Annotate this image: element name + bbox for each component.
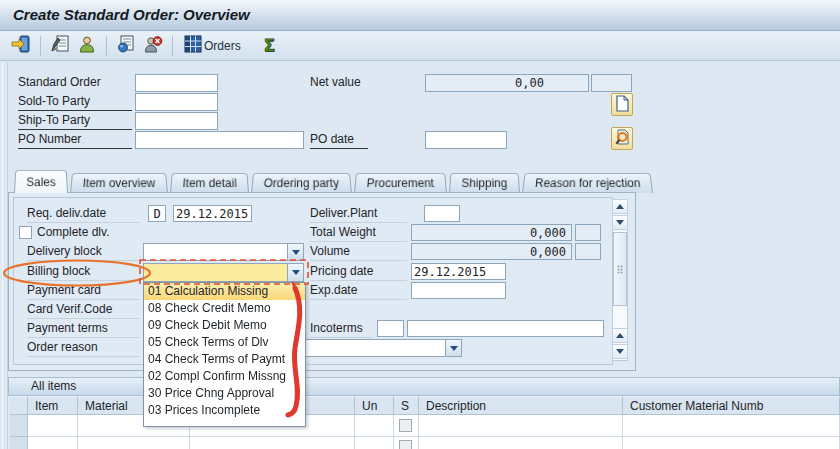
- toolbar-separator: [40, 36, 41, 56]
- net-value-label: Net value: [310, 74, 361, 91]
- create-document-button[interactable]: [611, 93, 633, 116]
- tab-procurement[interactable]: Procurement: [354, 173, 447, 193]
- all-items-title: All items: [31, 379, 76, 393]
- tab-ordering-party[interactable]: Ordering party: [251, 173, 352, 193]
- total-weight-field: 0,000: [411, 224, 572, 241]
- volume-field: 0,000: [411, 243, 572, 260]
- po-number-label[interactable]: PO Number: [18, 131, 132, 149]
- sold-to-party-label[interactable]: Sold-To Party: [18, 93, 132, 111]
- dropdown-option[interactable]: 01 Calculation Missing: [144, 283, 305, 300]
- customer-material-cell[interactable]: [623, 415, 840, 437]
- req-deliv-date-type-field[interactable]: D: [148, 205, 166, 222]
- dropdown-option[interactable]: 04 Check Terms of Paymt: [144, 351, 305, 368]
- volume-label: Volume: [310, 243, 407, 261]
- dropdown-option[interactable]: 08 Check Credit Memo: [144, 300, 305, 317]
- select-all-column-header[interactable]: [10, 396, 28, 415]
- scroll-up-button-bottom[interactable]: [612, 328, 628, 343]
- customer-material-cell[interactable]: [623, 437, 840, 449]
- exp-date-label: Exp.date: [310, 282, 407, 300]
- billing-block-combo[interactable]: [143, 263, 304, 282]
- s-checkbox[interactable]: [399, 419, 412, 432]
- s-checkbox[interactable]: [399, 440, 412, 449]
- ship-to-party-input[interactable]: [135, 112, 218, 130]
- dropdown-option[interactable]: 05 Check Terms of Dlv: [144, 334, 305, 351]
- search-magnifier-icon: [614, 129, 630, 149]
- column-header-s[interactable]: S: [394, 396, 419, 415]
- quantity-cell[interactable]: [190, 437, 355, 449]
- incoterms-part1-input[interactable]: [377, 320, 404, 337]
- scroll-down-button-bottom[interactable]: [612, 344, 628, 359]
- ship-to-party-label[interactable]: Ship-To Party: [18, 112, 132, 130]
- un-cell[interactable]: [355, 437, 394, 449]
- row-selector[interactable]: [10, 437, 28, 449]
- po-date-label[interactable]: PO date: [310, 131, 368, 149]
- po-number-input[interactable]: [135, 131, 304, 149]
- sap-window: Create Standard Order: Overview: [0, 0, 840, 449]
- tab-item-overview[interactable]: Item overview: [70, 173, 168, 193]
- column-header-description[interactable]: Description: [419, 396, 623, 415]
- chevron-down-icon[interactable]: [287, 244, 303, 260]
- delivery-block-combo[interactable]: [143, 243, 304, 261]
- sum-button[interactable]: Σ: [258, 35, 282, 57]
- material-cell[interactable]: [78, 437, 190, 449]
- all-items-header-bar: All items: [8, 377, 840, 396]
- document-flow-icon: [116, 35, 136, 56]
- reject-document-button[interactable]: [141, 35, 165, 57]
- req-deliv-date-input[interactable]: 29.12.2015: [173, 205, 252, 222]
- incoterms-label: Incoterms: [310, 320, 373, 338]
- person-reject-icon: [143, 35, 163, 56]
- tab-sales[interactable]: Sales: [14, 170, 68, 193]
- column-header-item[interactable]: Item: [28, 396, 78, 415]
- tab-shipping[interactable]: Shipping: [449, 173, 520, 193]
- deliver-plant-input[interactable]: [424, 205, 460, 222]
- document-flow-button[interactable]: [114, 35, 138, 57]
- orders-button[interactable]: Orders: [180, 35, 245, 57]
- dropdown-option[interactable]: 03 Prices Incomplete: [144, 402, 305, 419]
- toolbar-separator: [172, 36, 173, 56]
- net-value-currency-field: [591, 74, 632, 92]
- description-cell[interactable]: [419, 415, 623, 437]
- scroll-up-button[interactable]: [612, 199, 628, 214]
- sold-to-party-input[interactable]: [135, 93, 218, 111]
- orders-button-label: Orders: [204, 39, 241, 53]
- item-cell[interactable]: [28, 437, 78, 449]
- dropdown-option[interactable]: 30 Price Chng Approval: [144, 385, 305, 402]
- volume-unit-field: [575, 243, 601, 260]
- net-value-field: 0,00: [425, 74, 589, 92]
- po-date-input[interactable]: [425, 131, 507, 149]
- standard-order-label: Standard Order: [18, 74, 101, 91]
- order-reason-label: Order reason: [27, 339, 140, 357]
- tab-item-detail[interactable]: Item detail: [170, 173, 249, 193]
- exit-door-icon: [11, 35, 31, 56]
- tab-reason-for-rejection[interactable]: Reason for rejection: [522, 173, 653, 193]
- exit-button[interactable]: [9, 35, 33, 57]
- incoterms-part2-input[interactable]: [407, 320, 604, 337]
- search-document-button[interactable]: [611, 127, 633, 150]
- payment-terms-label: Payment terms: [27, 320, 140, 338]
- pricing-date-input[interactable]: 29.12.2015: [411, 263, 506, 280]
- total-weight-unit-field: [575, 224, 601, 241]
- sold-to-party-button[interactable]: [75, 35, 99, 57]
- dropdown-option[interactable]: 02 Compl Confirm Missng: [144, 368, 305, 385]
- dropdown-option[interactable]: 09 Check Debit Memo: [144, 317, 305, 334]
- complete-dlv-checkbox[interactable]: [19, 226, 32, 239]
- chevron-down-icon[interactable]: [287, 264, 303, 281]
- orders-grid-icon: [184, 35, 202, 56]
- billing-block-label: Billing block: [27, 263, 140, 281]
- exp-date-input[interactable]: [411, 282, 506, 299]
- item-cell[interactable]: [28, 415, 78, 437]
- scrollbar-thumb[interactable]: [613, 232, 627, 306]
- column-header-customer-material[interactable]: Customer Material Numb: [623, 396, 840, 415]
- billing-block-dropdown-list: 01 Calculation Missing 08 Check Credit M…: [143, 282, 306, 427]
- page-title: Create Standard Order: Overview: [13, 6, 250, 23]
- un-cell[interactable]: [355, 415, 394, 437]
- description-cell[interactable]: [419, 437, 623, 449]
- delivery-block-label: Delivery block: [27, 243, 140, 261]
- display-document-header-button[interactable]: [48, 35, 72, 57]
- total-weight-label: Total Weight: [310, 224, 407, 242]
- chevron-down-icon[interactable]: [445, 340, 461, 356]
- row-selector[interactable]: [10, 415, 28, 437]
- column-header-un[interactable]: Un: [355, 396, 394, 415]
- standard-order-input[interactable]: [135, 74, 218, 92]
- scroll-down-button[interactable]: [612, 215, 628, 230]
